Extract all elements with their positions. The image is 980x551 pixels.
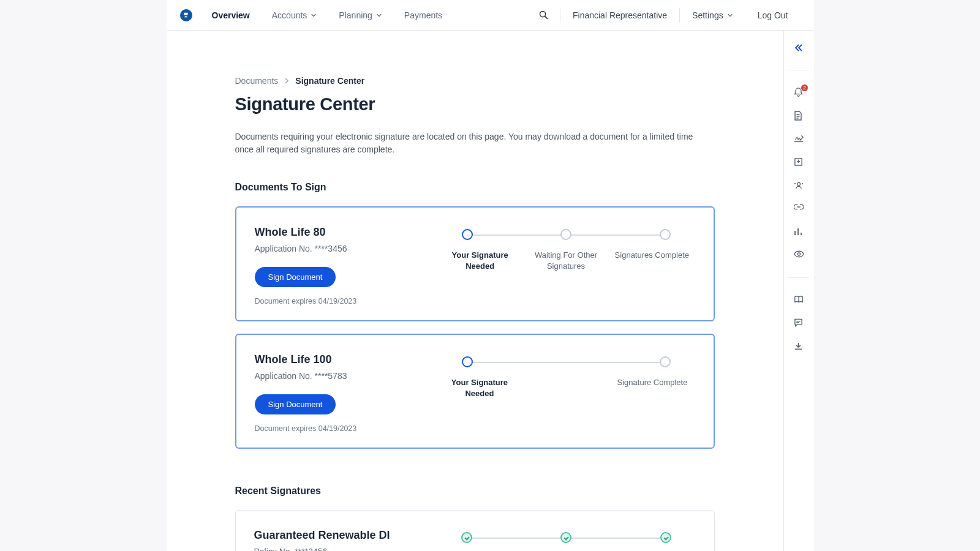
chat-icon: [794, 318, 803, 327]
document-card-left: Whole Life 100 Application No. ****5783 …: [255, 353, 437, 433]
nav-planning-label: Planning: [339, 10, 372, 20]
chevron-right-icon: [284, 78, 289, 84]
rail-download-button[interactable]: [794, 342, 804, 351]
right-rail: 2: [783, 31, 814, 551]
document-title: Whole Life 100: [255, 353, 437, 366]
document-expiry: Document expires 04/19/2023: [255, 297, 437, 305]
signature-stepper: You Signed Waiting For Other Signatures: [437, 529, 696, 551]
primary-nav: Overview Accounts Planning Payments: [212, 10, 443, 20]
nav-financial-rep-label: Financial Representative: [573, 10, 667, 20]
brand-logo[interactable]: [180, 9, 192, 21]
rail-link-button[interactable]: [794, 204, 804, 214]
rail-profile-button[interactable]: [794, 181, 804, 190]
breadcrumb-current: Signature Center: [295, 76, 364, 86]
collapse-rail-button[interactable]: [794, 43, 804, 53]
step-label-spacer: [522, 377, 609, 399]
book-icon: [794, 295, 804, 304]
nav-payments[interactable]: Payments: [404, 10, 442, 20]
inbox-download-icon: [794, 157, 803, 167]
rail-sign-button[interactable]: [794, 134, 804, 144]
section-to-sign-heading: Documents To Sign: [235, 182, 715, 193]
document-subtitle: Application No. ****5783: [255, 371, 437, 381]
svg-point-2: [797, 182, 801, 186]
page-title: Signature Center: [235, 94, 715, 114]
search-button[interactable]: [527, 10, 560, 20]
step-label: Your Signature Needed: [437, 377, 522, 399]
document-card-left: Guaranteed Renewable DI Policy No. ****3…: [254, 529, 437, 551]
chevron-down-icon: [311, 12, 317, 18]
document-expiry: Document expires 04/19/2023: [255, 424, 437, 433]
nav-accounts-label: Accounts: [272, 10, 307, 20]
rail-chart-button[interactable]: [794, 227, 804, 237]
nav-logout[interactable]: Log Out: [745, 10, 801, 20]
document-title: Guaranteed Renewable DI: [254, 529, 437, 542]
link-icon: [794, 204, 804, 210]
step-node-done: [560, 532, 571, 543]
step-label: Signatures Complete: [609, 250, 695, 271]
breadcrumb: Documents Signature Center: [235, 76, 715, 86]
step-node-pending: [660, 229, 671, 240]
nav-financial-rep[interactable]: Financial Representative: [560, 10, 679, 20]
nav-settings-label: Settings: [692, 10, 723, 20]
breadcrumb-parent[interactable]: Documents: [235, 76, 279, 86]
step-node-active: [462, 229, 473, 240]
sign-document-button[interactable]: Sign Document: [255, 267, 336, 287]
secondary-nav: Financial Representative Settings Log Ou…: [560, 8, 801, 23]
step-label: Your Signature Needed: [437, 250, 523, 271]
nav-logout-label: Log Out: [758, 10, 788, 20]
svg-point-0: [540, 11, 545, 17]
rail-divider: [788, 277, 809, 278]
document-title: Whole Life 80: [255, 226, 437, 239]
step-node-pending: [660, 356, 671, 367]
signature-stepper: Your Signature Needed Signature Complete: [437, 353, 695, 433]
step-label: Signature Complete: [610, 377, 695, 399]
step-label: Waiting For Other Signatures: [523, 250, 609, 271]
step-node-done: [461, 532, 472, 543]
rail-visibility-button[interactable]: [794, 250, 804, 260]
sign-document-button[interactable]: Sign Document: [255, 394, 336, 414]
rail-divider: [788, 70, 809, 70]
document-card: Whole Life 100 Application No. ****5783 …: [235, 334, 715, 449]
document-card: Whole Life 80 Application No. ****3456 S…: [235, 206, 715, 321]
rail-book-button[interactable]: [794, 295, 804, 305]
chevron-down-icon: [727, 12, 733, 18]
step-node-pending: [560, 229, 571, 240]
nav-overview-label: Overview: [212, 10, 250, 20]
svg-line-1: [545, 17, 548, 19]
rail-notifications-button[interactable]: 2: [794, 88, 804, 97]
notification-badge: 2: [801, 84, 808, 91]
svg-point-3: [797, 253, 800, 255]
file-icon: [794, 111, 802, 121]
chevron-double-left-icon: [794, 43, 804, 53]
search-icon: [538, 10, 549, 20]
recent-document-card: Guaranteed Renewable DI Policy No. ****3…: [235, 510, 715, 551]
main-content: Documents Signature Center Signature Cen…: [167, 31, 783, 551]
nav-accounts[interactable]: Accounts: [272, 10, 317, 20]
app-shell: Overview Accounts Planning Payments Fina…: [167, 0, 814, 551]
rail-download-box-button[interactable]: [794, 157, 804, 167]
person-arrows-icon: [794, 181, 804, 190]
rail-chat-button[interactable]: [794, 318, 804, 328]
page-description: Documents requiring your electronic sign…: [235, 130, 701, 156]
step-node-active: [462, 356, 473, 367]
bar-chart-icon: [794, 227, 802, 236]
nav-payments-label: Payments: [404, 10, 442, 20]
document-subtitle: Policy No. ****3456: [254, 547, 437, 551]
signature-stepper: Your Signature Needed Waiting For Other …: [437, 226, 695, 305]
document-subtitle: Application No. ****3456: [255, 244, 437, 253]
layout: Documents Signature Center Signature Cen…: [167, 31, 814, 551]
trophy-icon: [183, 12, 189, 18]
download-icon: [794, 342, 803, 351]
topbar: Overview Accounts Planning Payments Fina…: [167, 0, 814, 31]
signature-icon: [794, 134, 804, 143]
nav-planning[interactable]: Planning: [339, 10, 382, 20]
nav-settings[interactable]: Settings: [680, 10, 745, 20]
eye-icon: [794, 250, 804, 258]
nav-overview[interactable]: Overview: [212, 10, 250, 20]
chevron-down-icon: [376, 12, 382, 18]
rail-document-button[interactable]: [794, 111, 804, 121]
step-node-done: [660, 532, 671, 543]
section-recent-heading: Recent Signatures: [235, 485, 715, 497]
document-card-left: Whole Life 80 Application No. ****3456 S…: [255, 226, 437, 305]
